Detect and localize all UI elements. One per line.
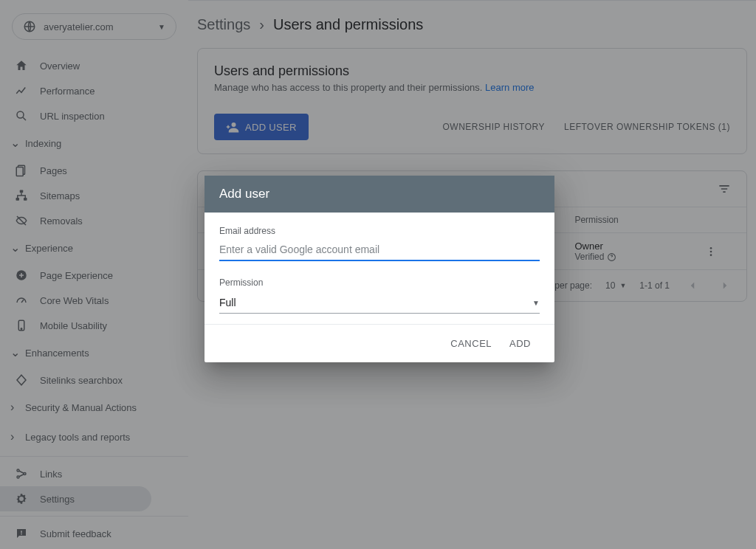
- dialog-title: Add user: [205, 176, 554, 213]
- cancel-button[interactable]: CANCEL: [441, 332, 501, 355]
- permission-value: Full: [219, 297, 532, 308]
- add-user-dialog: Add user Email address Permission Full ▼…: [205, 176, 554, 362]
- permission-select[interactable]: Full ▼: [219, 292, 540, 314]
- caret-down-icon: ▼: [532, 299, 540, 307]
- permission-label: Permission: [219, 277, 540, 288]
- add-button[interactable]: ADD: [501, 332, 540, 355]
- email-label: Email address: [219, 226, 540, 236]
- email-input[interactable]: [219, 241, 540, 261]
